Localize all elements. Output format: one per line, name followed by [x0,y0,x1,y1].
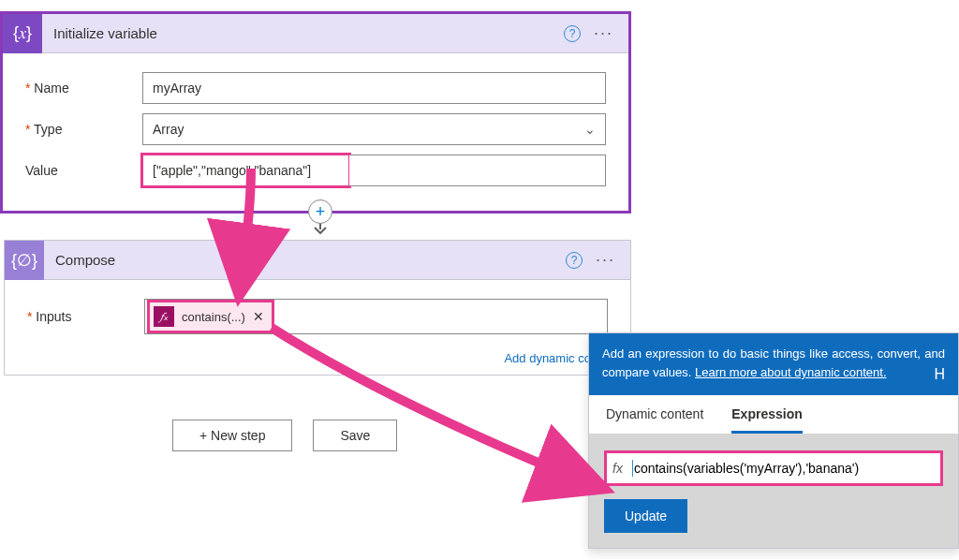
remove-token-icon[interactable]: ✕ [253,309,264,324]
card-title: Initialize variable [42,25,564,41]
card-header: {∅} Compose ? ··· [5,241,630,280]
inputs-label: Inputs [27,309,144,324]
compose-icon: {∅} [5,241,44,280]
inputs-field[interactable]: 𝑓ₓ contains(...) ✕ [144,299,608,334]
more-menu-icon[interactable]: ··· [596,250,615,270]
value-input[interactable]: ["apple","mango","banana"] [142,155,349,186]
variable-icon: {𝑥} [3,14,42,53]
flyout-header: Add an expression to do basic things lik… [589,333,958,395]
help-icon[interactable]: ? [566,252,583,269]
token-label: contains(...) [182,310,245,324]
help-icon[interactable]: ? [564,25,581,42]
update-button[interactable]: Update [604,499,687,533]
value-input-extra[interactable] [349,155,606,186]
name-label: Name [25,81,142,96]
expression-token[interactable]: 𝑓ₓ contains(...) ✕ [149,302,273,332]
tab-dynamic-content[interactable]: Dynamic content [606,406,703,434]
card-title: Compose [44,252,566,268]
new-step-button[interactable]: + New step [172,420,292,451]
fx-label: fx [612,461,623,476]
initialize-variable-card: {𝑥} Initialize variable ? ··· Name myArr… [2,13,629,212]
footer-buttons: + New step Save [172,420,397,451]
card-header: {𝑥} Initialize variable ? ··· [3,14,628,53]
type-label: Type [25,122,142,137]
fx-badge-icon: 𝑓ₓ [154,306,174,327]
expression-text: contains(variables('myArray'),'banana') [634,461,859,476]
more-menu-icon[interactable]: ··· [594,23,613,43]
save-button[interactable]: Save [313,420,397,451]
expression-flyout: Add an expression to do basic things lik… [588,332,959,549]
add-dynamic-content-link[interactable]: Add dynamic conte [5,347,630,375]
learn-more-link[interactable]: Learn more about dynamic content. [695,365,887,379]
chevron-down-icon: ⌄ [584,122,596,137]
tab-expression[interactable]: Expression [731,406,802,434]
name-input[interactable]: myArray [142,72,606,104]
type-select[interactable]: Array ⌄ [142,113,606,145]
flyout-tabs: Dynamic content Expression [589,395,958,434]
flyout-hint-letter: H [934,363,945,387]
value-label: Value [25,163,142,178]
expression-input[interactable]: fx contains(variables('myArray'),'banana… [604,450,943,486]
compose-card: {∅} Compose ? ··· Inputs 𝑓ₓ contains(...… [4,240,631,376]
add-action-button[interactable]: + [308,199,332,224]
text-caret [632,460,633,477]
